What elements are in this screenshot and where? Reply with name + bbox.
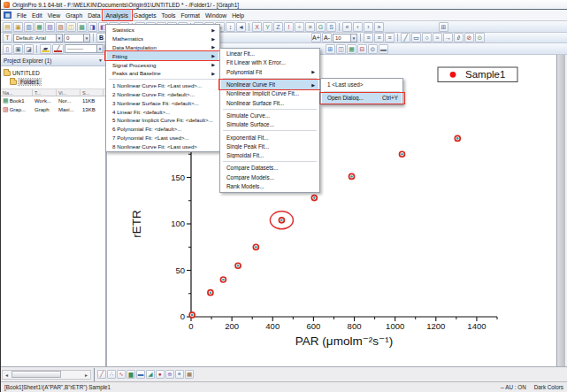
align-left-button[interactable]: ≡ <box>364 33 373 42</box>
fill-color-button[interactable]: ▰ <box>40 44 51 54</box>
menu-item-open-dialog[interactable]: Open Dialog...Ctrl+Y <box>322 93 402 104</box>
column-header-t[interactable]: T... <box>33 89 57 96</box>
menu-item-compare-datasets[interactable]: Compare Datasets... <box>221 164 318 173</box>
menu-file[interactable]: File <box>14 10 29 20</box>
add-text-button[interactable]: T <box>3 33 12 42</box>
open-button[interactable]: ◫ <box>66 22 76 32</box>
menu-item-rank-models[interactable]: Rank Models... <box>221 181 318 190</box>
menu-window[interactable]: Window <box>203 10 229 20</box>
set-x-values-button[interactable]: X <box>252 22 262 32</box>
unmask-points-button[interactable]: ⊙ <box>475 33 485 42</box>
menu-help[interactable]: Help <box>229 10 247 20</box>
save-project-button[interactable]: ◨ <box>88 22 97 32</box>
column-header-s[interactable]: S... <box>80 89 103 96</box>
insert-graph-button[interactable]: G <box>316 22 326 32</box>
menu-item-8-nonlinear-curve-fit-last-used[interactable]: 8 Nonlinear Curve Fit: <Last used> <box>107 142 218 150</box>
menu-item-linear-fit[interactable]: Linear Fit... <box>221 50 318 58</box>
align-center-button[interactable]: ≡ <box>374 33 384 42</box>
menu-item-5-nonlinear-implicit-curve-fit-default[interactable]: 5 Nonlinear Implicit Curve Fit: <default… <box>107 116 218 125</box>
menu-item-simulate-curve[interactable]: Simulate Curve... <box>221 111 318 119</box>
menu-gadgets[interactable]: Gadgets <box>131 10 159 20</box>
last-window-button[interactable]: » <box>374 22 384 32</box>
vertical-scrollbar[interactable] <box>556 55 565 366</box>
menu-data[interactable]: Data <box>85 10 103 20</box>
tree-item-untitled[interactable]: UNTITLED <box>1 68 105 77</box>
date-time-stamp-button[interactable]: ⊙ <box>368 44 378 54</box>
line-symbol-plot-button[interactable]: ∿ <box>117 370 126 379</box>
next-window-button[interactable]: › <box>364 22 373 32</box>
draw-arrow-button[interactable]: → <box>443 33 453 42</box>
paste-button[interactable]: ▯ <box>3 44 12 54</box>
layer-management-button[interactable]: ⊞ <box>326 44 335 54</box>
menu-item-3-nonlinear-surface-fit-default[interactable]: 3 Nonlinear Surface Fit: <default>... <box>107 98 218 107</box>
menu-item-polynomial-fit[interactable]: Polynomial Fit▶ <box>221 67 318 76</box>
add-layer-button[interactable]: ◫ <box>336 44 346 54</box>
menu-item-nonlinear-implicit-curve-fit[interactable]: Nonlinear Implicit Curve Fit... <box>221 89 318 98</box>
open-excel-button[interactable]: ▩ <box>77 22 87 32</box>
menu-tools[interactable]: Tools <box>159 10 179 20</box>
font-size-combo[interactable]: 0▾ <box>64 34 90 42</box>
menu-item-7-polynomial-fit-last-used[interactable]: 7 Polynomial Fit: <Last used>... <box>107 134 218 142</box>
set-y-values-button[interactable]: Y <box>263 22 272 32</box>
pointer-tool-button[interactable]: ◄ <box>236 22 246 32</box>
menu-item-4-linear-fit-default[interactable]: 4 Linear Fit: <default>... <box>107 107 218 116</box>
draw-line-button[interactable]: ╱ <box>401 33 410 42</box>
format-painter-button[interactable]: ◪ <box>24 44 34 54</box>
area-plot-button[interactable]: ◢ <box>146 370 155 379</box>
menu-item-fit-linear-with-x-error[interactable]: Fit Linear with X Error... <box>221 58 318 67</box>
file-list-row-book1[interactable]: ▦Book1Work...Nor...11KB <box>1 96 105 105</box>
font-family-combo[interactable]: Default: Arial▾ <box>13 34 63 42</box>
menu-graph[interactable]: Graph <box>63 10 85 20</box>
new-workbook-button[interactable]: ▥ <box>24 22 34 32</box>
insert-equation-button[interactable]: ÷ <box>295 22 304 32</box>
increase-font-button[interactable]: A+ <box>311 33 321 42</box>
menu-item-sigmoidal-fit[interactable]: Sigmoidal Fit... <box>221 150 318 159</box>
line-plot-button[interactable]: ╱ <box>97 370 106 379</box>
menu-item-simulate-surface[interactable]: Simulate Surface... <box>221 120 318 129</box>
menu-item-data-manipulation[interactable]: Data Manipulation▶ <box>107 43 218 52</box>
file-list-row-grap[interactable]: ▨Grap...GraphMaxi...13KB <box>1 105 105 114</box>
polar-plot-button[interactable]: ⊕ <box>165 370 174 379</box>
scroll-right-icon[interactable]: ▸ <box>82 372 90 378</box>
menu-edit[interactable]: Edit <box>29 10 45 20</box>
line-style-combo[interactable]: ———▾ <box>65 44 103 53</box>
draw-rectangle-button[interactable]: ▭ <box>411 33 421 42</box>
column-plot-button[interactable]: ▆ <box>126 370 135 379</box>
decrease-font-button[interactable]: A- <box>322 33 332 42</box>
scroll-left-icon[interactable]: ◂ <box>3 372 11 378</box>
menu-item-1-nonlinear-curve-fit-last-used[interactable]: 1 Nonlinear Curve Fit: <Last used>... <box>107 81 218 90</box>
new-matrix-button[interactable]: ▧ <box>45 22 55 32</box>
symbol-size-combo[interactable]: 10▾ <box>333 34 357 42</box>
panel-menu-caret-icon[interactable]: ▼ <box>98 58 103 63</box>
extract-layers-button[interactable]: ⊟ <box>357 44 367 54</box>
merge-graphs-button[interactable]: ▦ <box>347 44 356 54</box>
menu-item-single-peak-fit[interactable]: Single Peak Fit... <box>221 142 318 150</box>
project-explorer-header[interactable]: Project Explorer (1) ▼ <box>1 55 105 66</box>
menu-item-1-last-used[interactable]: 1 <Last used> <box>322 80 402 90</box>
menu-item-fitting[interactable]: Fitting▶ <box>107 51 218 60</box>
column-header-vi[interactable]: Vi... <box>57 89 80 96</box>
menu-item-2-nonlinear-curve-fit-default[interactable]: 2 Nonlinear Curve Fit: <default>... <box>107 90 218 99</box>
align-right-button[interactable]: ≡ <box>385 33 395 42</box>
bar-plot-button[interactable]: ▬ <box>136 370 145 379</box>
draw-circle-button[interactable]: ○ <box>422 33 432 42</box>
draw-freehand-button[interactable]: ∂ <box>454 33 464 42</box>
mask-points-button[interactable]: ⊘ <box>464 33 474 42</box>
line-color-button[interactable]: ╱ <box>52 44 64 54</box>
fit-page-button[interactable]: ↕ <box>226 22 235 32</box>
menu-view[interactable]: View <box>45 10 64 20</box>
insert-word-object-button[interactable]: ≡ <box>305 22 315 32</box>
menu-item-peaks-and-baseline[interactable]: Peaks and Baseline▶ <box>107 69 218 78</box>
column-header-na[interactable]: Na... <box>1 89 33 96</box>
menu-item-statistics[interactable]: Statistics▶ <box>107 26 218 35</box>
insert-sparklines-button[interactable]: S <box>326 22 336 32</box>
template-library-button[interactable]: ▦ <box>185 370 194 379</box>
new-folder-button[interactable]: ▣ <box>13 22 23 32</box>
new-function-plot-button[interactable]: ▨ <box>56 22 65 32</box>
new-graph-button[interactable]: ▦ <box>34 22 44 32</box>
menu-item-exponential-fit[interactable]: Exponential Fit... <box>221 133 318 142</box>
menu-item-nonlinear-surface-fit[interactable]: Nonlinear Surface Fit... <box>221 98 318 107</box>
menu-item-compare-models[interactable]: Compare Models... <box>221 173 318 181</box>
menu-analysis[interactable]: Analysis <box>103 10 131 20</box>
first-window-button[interactable]: « <box>342 22 352 32</box>
